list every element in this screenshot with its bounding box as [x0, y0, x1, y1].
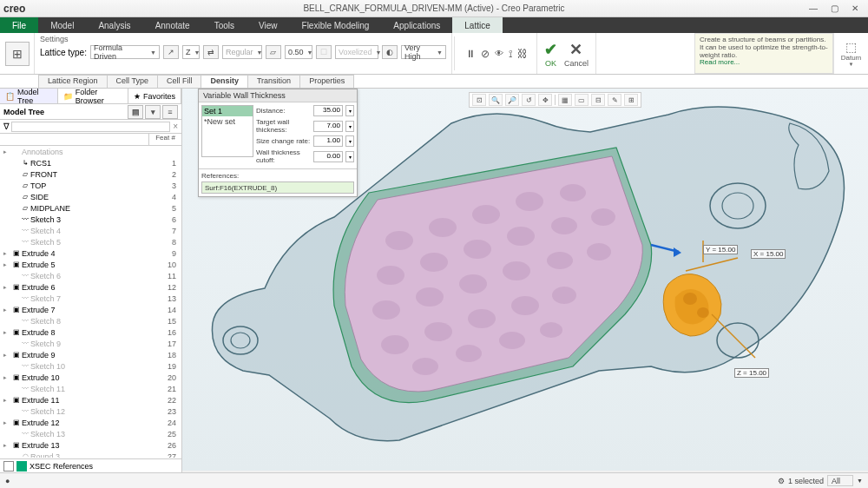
read-more-link[interactable]: Read more...	[700, 58, 740, 66]
tree-row[interactable]: ▸▣Extrude 1122	[0, 394, 181, 406]
tree-row[interactable]: 〰Sketch 1325	[0, 428, 181, 439]
tree-row[interactable]: ▸▣Extrude 714	[0, 304, 181, 315]
flip-button[interactable]: ⇄	[203, 45, 219, 59]
menu-applications[interactable]: Applications	[381, 17, 452, 33]
shape-dropdown[interactable]: Regular▼	[222, 45, 262, 59]
quality-icon[interactable]: ◐	[382, 45, 398, 59]
datum-display-icon[interactable]: ⊞	[624, 94, 638, 106]
menu-file[interactable]: File	[0, 17, 38, 33]
close-button[interactable]: ✕	[845, 3, 865, 15]
dim-y-label[interactable]: Y = 15.00	[703, 245, 738, 254]
size-spinner[interactable]: 0.50▼	[285, 45, 312, 59]
minimize-button[interactable]: —	[804, 3, 823, 15]
tab-folder-browser[interactable]: 📁 Folder Browser	[58, 89, 128, 103]
tree-filter-input[interactable]	[11, 122, 170, 132]
dim-z-label[interactable]: Z = 15.00	[734, 368, 769, 378]
maximize-button[interactable]: ▢	[825, 3, 844, 15]
tree-tool-3[interactable]: ≡	[162, 105, 178, 119]
quality-dropdown[interactable]: Very High▼	[401, 45, 446, 59]
set-item-new[interactable]: *New set	[202, 116, 253, 127]
tree-tool-2[interactable]: ▾	[145, 105, 161, 119]
tree-row[interactable]: 〰Sketch 47	[0, 225, 181, 236]
selection-filter-dropdown[interactable]: All	[827, 475, 853, 486]
measure-button[interactable]: ⟟	[509, 48, 512, 60]
xsec-toggle-1[interactable]	[3, 461, 14, 472]
saved-view-icon[interactable]: ▭	[575, 94, 589, 106]
subtab-properties[interactable]: Properties	[299, 75, 354, 88]
viewport[interactable]: Y = 15.00 X = 15.00 Z = 15.00 ⊡ 🔍 🔎 ↺ ✥ …	[182, 89, 868, 471]
tree-row[interactable]: ▸Annotations	[0, 146, 181, 157]
tree-row[interactable]: ▱FRONT2	[0, 168, 181, 180]
tree-row[interactable]: ▸▣Extrude 1224	[0, 417, 181, 428]
param-value[interactable]: 0.00	[313, 151, 343, 162]
tree-row[interactable]: ▸▣Extrude 612	[0, 281, 181, 293]
annotation-icon[interactable]: ✎	[608, 94, 621, 106]
zoom-fit-icon[interactable]: ⊡	[472, 94, 486, 106]
tree-row[interactable]: 〰Sketch 1019	[0, 360, 181, 372]
link-button[interactable]: ⛓	[517, 48, 528, 60]
stop-button[interactable]: ⊘	[481, 48, 490, 60]
spinner-arrow[interactable]: ▾	[345, 121, 354, 132]
tree-row[interactable]: 〰Sketch 815	[0, 315, 181, 326]
tree-row[interactable]: 〰Sketch 36	[0, 214, 181, 225]
tab-favorites[interactable]: ★ Favorites	[128, 89, 181, 103]
lattice-type-dropdown[interactable]: Formula Driven▼	[90, 45, 160, 59]
menu-lattice[interactable]: Lattice	[452, 17, 502, 33]
lattice-icon[interactable]: ⊞	[5, 42, 30, 66]
tree-row[interactable]: 〰Sketch 1121	[0, 383, 181, 394]
menu-flexible-modeling[interactable]: Flexible Modeling	[290, 17, 382, 33]
display-style-icon[interactable]: ▦	[558, 94, 572, 106]
tree-row[interactable]: 〰Sketch 1223	[0, 406, 181, 417]
tree-row[interactable]: ▸▣Extrude 918	[0, 349, 181, 360]
menu-model[interactable]: Model	[38, 17, 86, 33]
axis-dropdown[interactable]: Z▼	[182, 45, 200, 59]
menu-view[interactable]: View	[247, 17, 290, 33]
eye-button[interactable]: 👁	[495, 49, 503, 58]
subtab-cell-type[interactable]: Cell Type	[107, 75, 158, 88]
subtab-lattice-region[interactable]: Lattice Region	[38, 75, 108, 88]
pan-icon[interactable]: ✥	[538, 94, 552, 106]
zoom-out-icon[interactable]: 🔎	[505, 94, 519, 106]
menu-tools[interactable]: Tools	[202, 17, 247, 33]
model-tree[interactable]: ▸Annotations↳RCS11▱FRONT2▱TOP3▱SIDE4▱MID…	[0, 146, 181, 458]
ok-button[interactable]: ✔OK	[544, 40, 557, 68]
xsec-toggle-2[interactable]	[16, 461, 27, 472]
voxel-dropdown[interactable]: Voxelized▼	[335, 45, 378, 59]
tree-row[interactable]: 〰Sketch 58	[0, 236, 181, 247]
tree-row[interactable]: ◠Round 327	[0, 451, 181, 458]
subtab-cell-fill[interactable]: Cell Fill	[157, 75, 202, 88]
tree-row[interactable]: ▸▣Extrude 1326	[0, 439, 181, 451]
subtab-density[interactable]: Density	[201, 75, 248, 88]
filter-clear[interactable]: ×	[173, 122, 178, 131]
tree-tool-1[interactable]: ▤	[128, 105, 143, 119]
voxel-toggle[interactable]: ☐	[316, 45, 332, 59]
param-value[interactable]: 35.00	[313, 105, 343, 116]
tab-model-tree[interactable]: 📋 Model Tree	[0, 89, 58, 103]
tree-row[interactable]: ▱TOP3	[0, 180, 181, 191]
tree-row[interactable]: ▱MIDPLANE5	[0, 202, 181, 214]
spinner-arrow[interactable]: ▾	[345, 151, 354, 162]
menu-annotate[interactable]: Annotate	[143, 17, 202, 33]
tree-row[interactable]: 〰Sketch 713	[0, 293, 181, 304]
ribbon-tool-2[interactable]: ▱	[266, 45, 281, 59]
param-value[interactable]: 1.00	[313, 135, 343, 147]
ribbon-tool-1[interactable]: ↗	[163, 45, 179, 59]
menu-analysis[interactable]: Analysis	[86, 17, 142, 33]
set-item-selected[interactable]: Set 1	[202, 106, 253, 116]
spinner-arrow[interactable]: ▾	[345, 135, 354, 147]
refit-icon[interactable]: ↺	[522, 94, 536, 106]
tree-row[interactable]: ▸▣Extrude 816	[0, 326, 181, 338]
spinner-arrow[interactable]: ▾	[345, 105, 354, 116]
param-value[interactable]: 7.00	[313, 121, 343, 132]
references-value[interactable]: Surf:F16(EXTRUDE_8)	[201, 181, 354, 194]
cancel-button[interactable]: ✕Cancel	[564, 40, 589, 68]
datum-group[interactable]: ⬚ Datum ▼	[833, 33, 868, 74]
tree-row[interactable]: ▱SIDE4	[0, 191, 181, 202]
tree-row[interactable]: ▸▣Extrude 1020	[0, 372, 181, 383]
tree-row[interactable]: 〰Sketch 611	[0, 270, 181, 281]
tree-row[interactable]: 〰Sketch 917	[0, 338, 181, 349]
filter-icon[interactable]: ⚙	[778, 477, 785, 485]
zoom-in-icon[interactable]: 🔍	[489, 94, 503, 106]
dim-x-label[interactable]: X = 15.00	[751, 249, 786, 259]
tree-row[interactable]: ▸▣Extrude 49	[0, 247, 181, 259]
